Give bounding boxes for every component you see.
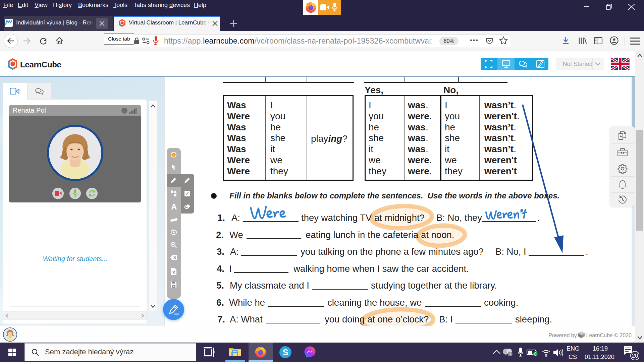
svg-text:20: 20: [632, 353, 638, 359]
svg-text:‖: ‖: [509, 352, 511, 356]
